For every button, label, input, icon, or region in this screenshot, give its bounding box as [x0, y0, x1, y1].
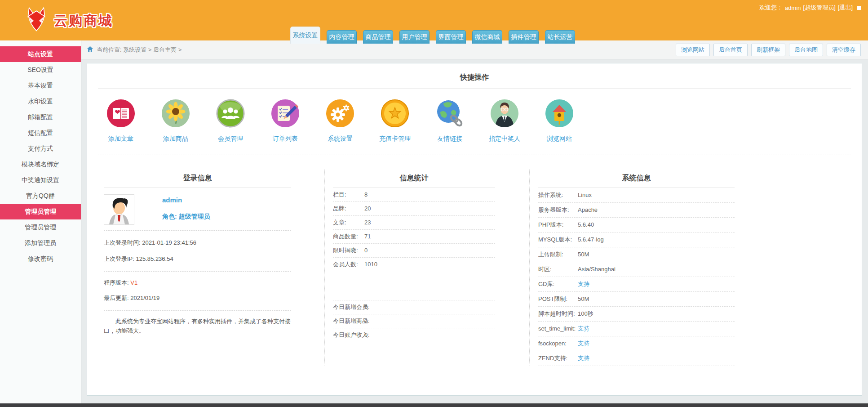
stat-row: 栏目:8 [333, 188, 495, 202]
sidebar-item-watermark-settings[interactable]: 水印设置 [0, 94, 81, 109]
main-content: 快捷操作 添加文章 [87, 63, 862, 396]
admin-avatar [104, 194, 134, 225]
sidebar-item-email-config[interactable]: 邮箱配置 [0, 109, 81, 125]
btn-admin-home[interactable]: 后台首页 [713, 44, 748, 56]
tab-user-manage[interactable]: 用户管理 [399, 30, 430, 44]
sidebar-item-module-domain-bind[interactable]: 模块域名绑定 [0, 157, 81, 172]
logout-link[interactable]: [退出] [838, 4, 853, 12]
system-row: GD库:支持 [538, 277, 735, 292]
qa-add-goods[interactable]: 添加商品 [148, 98, 203, 143]
qa-label: 订单列表 [273, 135, 298, 143]
quick-actions-row: 添加文章 添加商品 [93, 89, 862, 143]
stat-row: 今日账户收入:0 [333, 328, 495, 342]
qa-label: 指定中奖人 [489, 135, 520, 143]
btn-refresh-frame[interactable]: 刷新框架 [751, 44, 785, 56]
tab-ui-manage[interactable]: 界面管理 [436, 30, 466, 44]
stats-rows: 栏目:8 品牌:20 文章:23 商品数量:71 限时揭晓:0 会员人数:101… [333, 188, 495, 271]
system-row: PHP版本:5.6.40 [538, 218, 735, 233]
system-panel-title: 系统信息 [538, 170, 735, 188]
fsockopen-link[interactable]: 支持 [578, 340, 589, 348]
stat-row: 今日新增商品:0 [333, 314, 495, 328]
login-panel: 登录信息 admin 角色: 超级 [87, 170, 324, 366]
btn-browse-site[interactable]: 浏览网站 [676, 44, 710, 56]
quick-actions-title: 快捷操作 [98, 63, 851, 89]
qa-browse-site[interactable]: 浏览网站 [532, 98, 587, 143]
last-login-time: 上次登录时间: 2021-01-19 23:41:56 [104, 231, 291, 251]
profile-username[interactable]: admin [162, 196, 210, 204]
sidebar-item-add-admin[interactable]: 添加管理员 [0, 235, 81, 251]
qa-label: 友情链接 [437, 135, 462, 143]
home-icon[interactable] [87, 46, 93, 54]
tab-webmaster-ops[interactable]: 站长运营 [545, 30, 575, 44]
breadcrumb: 当前位置: 系统设置 > 后台主页 > [97, 46, 182, 54]
qa-member-manage[interactable]: 会员管理 [203, 98, 258, 143]
qa-label: 添加文章 [108, 135, 133, 143]
sidebar-item-sms-config[interactable]: 短信配置 [0, 125, 81, 141]
sidebar-item-admin-manage[interactable]: 管理员管理 [0, 219, 81, 235]
info-panels: 登录信息 admin 角色: 超级 [87, 170, 862, 366]
version-label: 程序版本: [104, 279, 129, 286]
birdhouse-icon [545, 98, 574, 130]
logo-text: 云购商城 [54, 12, 113, 30]
tab-goods-manage[interactable]: 商品管理 [363, 30, 393, 44]
today-stats-rows: 今日新增会员:0 今日新增商品:0 今日账户收入:0 [333, 300, 495, 342]
tab-wechat-mall[interactable]: 微信商城 [472, 30, 502, 44]
dashed-divider [98, 155, 851, 155]
system-description: 此系统为专业夺宝网站程序，有多种实用插件，并集成了各种支付接口，功能强大。 [104, 311, 291, 336]
sunflower-icon [161, 98, 190, 130]
globe-link-icon [435, 98, 465, 130]
system-row: 服务器版本:Apache [538, 203, 735, 218]
qa-friend-links[interactable]: 友情链接 [422, 98, 477, 143]
system-row: 操作系统:Linux [538, 188, 735, 203]
sidebar-item-basic-settings[interactable]: 基本设置 [0, 78, 81, 94]
sidebar-item-site-settings[interactable]: 站点设置 [0, 46, 81, 62]
system-row: 时区:Asia/Shanghai [538, 262, 735, 277]
system-row: set_time_limit:支持 [538, 322, 735, 336]
qa-system-settings[interactable]: 系统设置 [313, 98, 368, 143]
system-rows: 操作系统:Linux 服务器版本:Apache PHP版本:5.6.40 MYS… [538, 188, 735, 366]
stat-row: 文章:23 [333, 216, 495, 230]
qa-assign-winner[interactable]: 指定中奖人 [477, 98, 532, 143]
system-row: ZEND支持:支持 [538, 351, 735, 366]
version-value: V1 [130, 279, 137, 286]
profile-block: admin 角色: 超级管理员 [104, 188, 291, 231]
logo: 云购商城 [23, 5, 113, 36]
gd-support-link[interactable]: 支持 [578, 280, 589, 288]
zend-support-link[interactable]: 支持 [578, 354, 589, 362]
qa-label: 浏览网站 [547, 135, 572, 143]
set-time-limit-link[interactable]: 支持 [578, 325, 589, 333]
qa-add-article[interactable]: 添加文章 [93, 98, 148, 143]
sidebar-item-official-qq-group[interactable]: 官方QQ群 [0, 188, 81, 204]
tab-plugin-manage[interactable]: 插件管理 [509, 30, 539, 44]
sidebar: 站点设置 SEO设置 基本设置 水印设置 邮箱配置 短信配置 支付方式 模块域名… [0, 40, 81, 403]
qa-order-list[interactable]: 订单列表 [258, 98, 313, 143]
fox-logo-icon [23, 5, 49, 36]
program-version-row: 程序版本: V1 [104, 272, 291, 289]
system-row: 上传限制:50M [538, 247, 735, 262]
welcome-prefix: 欢迎您： [759, 4, 783, 12]
gears-icon [325, 98, 355, 130]
tab-content-manage[interactable]: 内容管理 [327, 30, 357, 44]
btn-clear-cache[interactable]: 清空缓存 [827, 44, 861, 56]
stat-row: 商品数量:71 [333, 230, 495, 244]
skin-toggle[interactable] [857, 6, 861, 10]
tab-system-settings[interactable]: 系统设置 [290, 27, 320, 44]
login-panel-title: 登录信息 [104, 170, 291, 188]
sidebar-item-seo-settings[interactable]: SEO设置 [0, 62, 81, 78]
system-row: fsockopen:支持 [538, 336, 735, 351]
system-row: MYSQL版本:5.6.47-log [538, 233, 735, 247]
sidebar-item-winner-notice-settings[interactable]: 中奖通知设置 [0, 172, 81, 188]
qa-label: 会员管理 [218, 135, 243, 143]
qa-recharge-card[interactable]: 充值卡管理 [368, 98, 422, 143]
stat-row: 限时揭晓:0 [333, 244, 495, 258]
sidebar-item-admin-manage-group[interactable]: 管理员管理 [0, 204, 81, 219]
gold-coin-icon [380, 98, 410, 130]
system-row: 脚本超时时间:100秒 [538, 307, 735, 322]
sidebar-item-payment-methods[interactable]: 支付方式 [0, 141, 81, 157]
welcome-role-badge: [超级管理员] [803, 4, 836, 12]
book-heart-icon [106, 98, 136, 130]
profile-role: 角色: 超级管理员 [162, 213, 210, 221]
btn-site-map[interactable]: 后台地图 [789, 44, 823, 56]
sidebar-item-change-password[interactable]: 修改密码 [0, 251, 81, 267]
window-bottom-edge [0, 403, 868, 407]
